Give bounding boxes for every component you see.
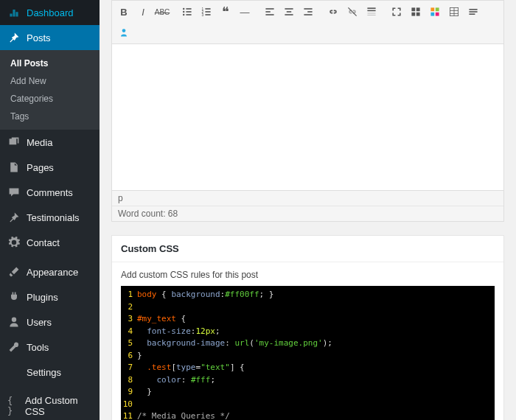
sidebar-label: Add Custom CSS xyxy=(25,395,92,417)
code-line[interactable]: 5 background-image: url('my-image.png'); xyxy=(121,337,495,350)
svg-rect-38 xyxy=(469,9,477,10)
submenu-categories[interactable]: Categories xyxy=(0,90,100,108)
line-content[interactable]: background-image: url('my-image.png'); xyxy=(137,337,495,350)
sidebar-item-media[interactable]: Media xyxy=(0,130,100,155)
svg-rect-4 xyxy=(186,11,191,13)
bold-button[interactable]: B xyxy=(115,2,133,21)
code-line[interactable]: 9 } xyxy=(121,386,495,399)
svg-rect-20 xyxy=(307,11,312,13)
line-content[interactable]: .test[type="text"] { xyxy=(137,362,495,374)
line-content[interactable]: /* Media Queries */ xyxy=(137,410,495,420)
submenu-tags[interactable]: Tags xyxy=(0,108,100,125)
editor-element-path[interactable]: p xyxy=(112,191,503,206)
svg-rect-28 xyxy=(411,13,415,16)
line-number: 9 xyxy=(121,386,137,399)
italic-button[interactable]: I xyxy=(134,2,152,21)
strikethrough-button[interactable]: ABC xyxy=(153,2,171,21)
sidebar-label: Media xyxy=(27,137,52,148)
svg-rect-14 xyxy=(265,11,270,13)
braces-icon: { } xyxy=(7,399,19,413)
code-line[interactable]: 4 font-size:12px; xyxy=(121,326,495,338)
sidebar-item-comments[interactable]: Comments xyxy=(0,180,100,205)
submenu-all-posts[interactable]: All Posts xyxy=(0,55,100,72)
align-center-button[interactable] xyxy=(280,2,298,21)
line-content[interactable] xyxy=(137,399,495,411)
code-line[interactable]: 8 color: #fff; xyxy=(121,374,495,387)
line-content[interactable]: } xyxy=(137,386,495,399)
sidebar-item-pages[interactable]: Pages xyxy=(0,155,100,180)
sidebar-item-settings[interactable]: Settings xyxy=(0,360,100,385)
line-number: 3 xyxy=(121,313,137,326)
shortcode-button[interactable] xyxy=(426,2,444,21)
svg-rect-23 xyxy=(367,10,375,12)
svg-text:3: 3 xyxy=(202,13,204,17)
sidebar-item-users[interactable]: Users xyxy=(0,309,100,335)
svg-rect-15 xyxy=(265,14,273,15)
code-line[interactable]: 2 xyxy=(121,301,495,314)
sidebar-item-contact[interactable]: Contact xyxy=(0,230,100,255)
code-line[interactable]: 3#my_text { xyxy=(121,313,495,326)
posts-submenu: All Posts Add New Categories Tags xyxy=(0,50,100,130)
sidebar-item-posts[interactable]: Posts xyxy=(0,25,100,50)
align-left-button[interactable] xyxy=(261,2,279,21)
insert-more-button[interactable] xyxy=(363,2,380,21)
sidebar-item-add-custom-css[interactable]: { } Add Custom CSS xyxy=(0,389,100,420)
main-content: B I ABC 123 ❝ — p Word xyxy=(100,0,516,420)
line-number: 8 xyxy=(121,374,137,387)
svg-rect-21 xyxy=(304,14,312,15)
sidebar-item-testimonials[interactable]: Testimonials xyxy=(0,205,100,230)
editor-toolbar: B I ABC 123 ❝ — xyxy=(111,0,504,43)
svg-rect-25 xyxy=(367,15,375,15)
line-content[interactable] xyxy=(137,301,495,314)
svg-rect-16 xyxy=(285,8,293,10)
fullscreen-button[interactable] xyxy=(388,2,405,21)
code-line[interactable]: 6} xyxy=(121,350,495,363)
code-line[interactable]: 11/* Media Queries */ xyxy=(121,410,495,420)
css-code-editor[interactable]: 1body { background:#ff00ff; }2 3#my_text… xyxy=(121,286,495,420)
line-number: 1 xyxy=(121,289,137,301)
link-button[interactable] xyxy=(324,2,342,21)
sidebar-item-plugins[interactable]: Plugins xyxy=(0,284,100,309)
bullet-list-button[interactable] xyxy=(178,2,196,21)
hr-button[interactable]: — xyxy=(236,2,254,21)
svg-rect-10 xyxy=(205,11,210,13)
media-icon xyxy=(7,136,21,149)
table-button[interactable] xyxy=(445,2,463,21)
code-line[interactable]: 7 .test[type="text"] { xyxy=(121,362,495,374)
sidebar-label: Tools xyxy=(27,342,49,353)
gear-icon xyxy=(7,236,21,249)
plug-icon xyxy=(7,290,21,304)
user-shortcode-button[interactable] xyxy=(115,23,133,42)
line-content[interactable]: font-size:12px; xyxy=(137,326,495,338)
number-list-button[interactable]: 123 xyxy=(198,2,215,21)
wpview-button[interactable] xyxy=(464,2,482,21)
line-content[interactable]: } xyxy=(137,350,495,363)
editor-content-area[interactable] xyxy=(111,43,504,191)
svg-rect-13 xyxy=(265,8,273,10)
sidebar-item-appearance[interactable]: Appearance xyxy=(0,259,100,284)
line-content[interactable]: color: #fff; xyxy=(137,374,495,387)
sidebar-item-dashboard[interactable]: Dashboard xyxy=(0,0,100,25)
svg-rect-8 xyxy=(205,8,210,10)
unlink-button[interactable] xyxy=(344,2,361,21)
line-content[interactable]: body { background:#ff00ff; } xyxy=(137,289,495,301)
line-number: 6 xyxy=(121,350,137,363)
svg-rect-33 xyxy=(436,13,439,16)
dashboard-icon xyxy=(7,6,21,19)
svg-rect-29 xyxy=(416,13,420,16)
svg-rect-22 xyxy=(367,7,375,9)
submenu-add-new[interactable]: Add New xyxy=(0,72,100,90)
sidebar-label: Pages xyxy=(27,162,54,173)
toolbar-toggle-button[interactable] xyxy=(407,2,425,21)
align-right-button[interactable] xyxy=(299,2,317,21)
code-line[interactable]: 10 xyxy=(121,399,495,411)
svg-point-1 xyxy=(183,8,184,10)
sidebar-label: Users xyxy=(27,317,52,328)
line-content[interactable]: #my_text { xyxy=(137,313,495,326)
code-line[interactable]: 1body { background:#ff00ff; } xyxy=(121,289,495,301)
page-icon xyxy=(7,161,21,174)
sidebar-item-tools[interactable]: Tools xyxy=(0,335,100,360)
svg-rect-12 xyxy=(205,14,210,15)
line-number: 2 xyxy=(121,301,137,314)
blockquote-button[interactable]: ❝ xyxy=(217,2,234,21)
